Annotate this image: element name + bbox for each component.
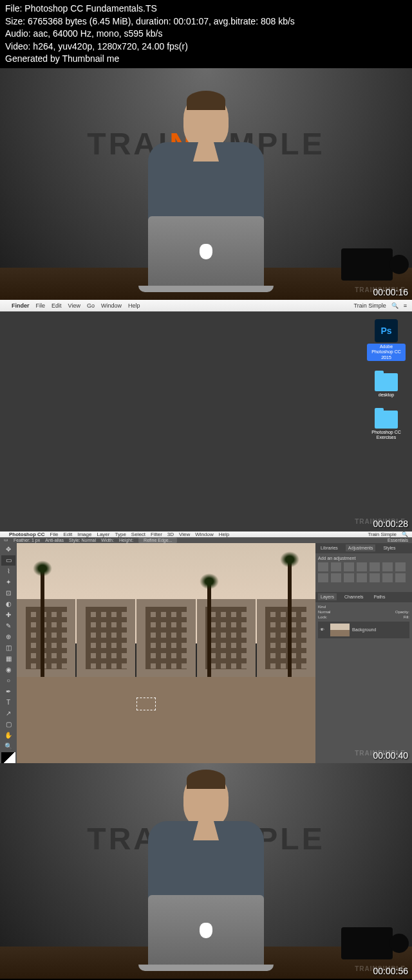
menubar-title: Train Simple	[354, 302, 386, 309]
menu-edit[interactable]: Edit	[52, 302, 62, 309]
frame-2: Finder File Edit View Go Window Help Tra…	[0, 300, 412, 532]
menu-window[interactable]: Window	[101, 302, 122, 309]
size-line: Size: 6765368 bytes (6.45 MiB), duration…	[5, 15, 407, 28]
gradient-tool-icon[interactable]: ▦	[1, 654, 15, 664]
tab-paths[interactable]: Paths	[371, 593, 388, 600]
frame-3: Photoshop CC File Edit Image Layer Type …	[0, 532, 412, 763]
tab-channels[interactable]: Channels	[342, 593, 366, 600]
lasso-tool-icon[interactable]: ⌇	[1, 566, 15, 577]
crop-tool-icon[interactable]: ⊡	[1, 588, 15, 598]
timestamp-3: 00:00:40	[373, 750, 409, 761]
menu-view[interactable]: View	[179, 532, 190, 537]
menu-file[interactable]: File	[50, 532, 59, 537]
eraser-tool-icon[interactable]: ◫	[1, 643, 15, 653]
audio-line: Audio: aac, 64000 Hz, mono, s595 kb/s	[5, 28, 407, 41]
laptop	[148, 216, 264, 287]
marquee-tool-icon[interactable]: ▭	[4, 537, 8, 542]
frame-1: TRAINSIMPLE TRAINSIMPLE 00:00:16	[0, 68, 412, 300]
app-name[interactable]: Finder	[12, 302, 30, 309]
menu-type[interactable]: Type	[115, 532, 126, 537]
color-swatch[interactable]	[1, 752, 15, 763]
width-option[interactable]: Width:	[101, 538, 114, 542]
stamp-tool-icon[interactable]: ⊕	[1, 632, 15, 642]
menu-help[interactable]: Help	[219, 532, 229, 537]
camera	[341, 248, 393, 281]
search-icon[interactable]: 🔍	[402, 532, 408, 537]
heal-tool-icon[interactable]: ✚	[1, 610, 15, 620]
menu-edit[interactable]: Edit	[63, 532, 72, 537]
menu-layer[interactable]: Layer	[97, 532, 109, 537]
layer-background[interactable]: 👁 Background	[318, 622, 409, 638]
frame-4: TRAINSIMPLE TRAINSIMPLE 00:00:56	[0, 763, 412, 979]
feather-option[interactable]: Feather: 1 px	[14, 538, 40, 542]
options-bar[interactable]: ▭ Feather: 1 px Anti-alias Style: Normal…	[0, 537, 412, 543]
video-line: Video: h264, yuv420p, 1280x720, 24.00 fp…	[5, 41, 407, 53]
brush-tool-icon[interactable]: ✎	[1, 621, 15, 631]
height-option[interactable]: Height:	[119, 538, 133, 542]
thumbnail-info-header: File: Photoshop CC Fundamentals.TS Size:…	[0, 0, 412, 68]
type-tool-icon[interactable]: T	[1, 698, 15, 708]
workspace-label[interactable]: Essentials	[388, 538, 408, 542]
apple-logo-icon	[200, 244, 212, 259]
path-tool-icon[interactable]: ↗	[1, 708, 15, 719]
dodge-tool-icon[interactable]: ○	[1, 676, 15, 686]
exercises-folder-icon[interactable]: Photoshop CC Exercises	[367, 408, 406, 441]
pen-tool-icon[interactable]: ✒	[1, 687, 15, 697]
file-line: File: Photoshop CC Fundamentals.TS	[5, 3, 407, 15]
mac-menubar[interactable]: Finder File Edit View Go Window Help Tra…	[0, 300, 412, 311]
search-icon[interactable]: 🔍	[391, 302, 398, 309]
timestamp-1: 00:00:16	[373, 287, 409, 297]
menu-image[interactable]: Image	[77, 532, 91, 537]
visibility-icon[interactable]: 👁	[320, 627, 328, 632]
menu-go[interactable]: Go	[87, 302, 95, 309]
tab-adjustments[interactable]: Adjustments	[346, 544, 376, 551]
menu-view[interactable]: View	[68, 302, 80, 309]
menu-icon[interactable]: ≡	[404, 302, 407, 309]
timestamp-4: 00:00:56	[373, 966, 409, 976]
tab-layers[interactable]: Layers	[318, 593, 337, 600]
tab-libraries[interactable]: Libraries	[318, 544, 341, 551]
menu-help[interactable]: Help	[128, 302, 140, 309]
apple-logo-icon	[200, 923, 212, 938]
hand-tool-icon[interactable]: ✋	[1, 730, 15, 741]
desktop-folder-icon[interactable]: desktop	[367, 371, 406, 398]
canvas[interactable]	[17, 543, 315, 763]
add-adjustment-label: Add an adjustment	[318, 556, 409, 560]
wand-tool-icon[interactable]: ✦	[1, 577, 15, 587]
layer-thumbnail[interactable]	[330, 624, 350, 636]
style-option[interactable]: Style: Normal	[69, 538, 96, 542]
antialias-option[interactable]: Anti-alias	[45, 538, 64, 542]
shape-tool-icon[interactable]: ▢	[1, 719, 15, 730]
menu-file[interactable]: File	[36, 302, 46, 309]
menu-3d[interactable]: 3D	[167, 532, 174, 537]
move-tool-icon[interactable]: ✥	[1, 544, 15, 555]
generated-line: Generated by Thumbnail me	[5, 53, 407, 66]
layer-name[interactable]: Background	[352, 627, 376, 632]
ps-app-name[interactable]: Photoshop CC	[9, 532, 45, 537]
menu-select[interactable]: Select	[131, 532, 145, 537]
laptop	[148, 895, 264, 966]
eyedropper-tool-icon[interactable]: ◐	[1, 599, 15, 609]
tab-styles[interactable]: Styles	[380, 544, 398, 551]
menu-window[interactable]: Window	[195, 532, 213, 537]
photoshop-app-icon[interactable]: Ps Adobe Photoshop CC 2015	[367, 319, 406, 361]
marquee-tool-icon[interactable]: ▭	[1, 555, 15, 566]
photoshop-menubar[interactable]: Photoshop CC File Edit Image Layer Type …	[0, 532, 412, 537]
blur-tool-icon[interactable]: ◉	[1, 665, 15, 675]
marquee-selection[interactable]	[136, 698, 156, 710]
timestamp-2: 00:00:28	[373, 519, 409, 529]
menu-filter[interactable]: Filter	[151, 532, 162, 537]
camera	[341, 927, 393, 959]
refine-edge-button[interactable]: Refine Edge...	[138, 537, 177, 543]
menubar-title: Train Simple	[368, 532, 397, 537]
tools-panel[interactable]: ✥ ▭ ⌇ ✦ ⊡ ◐ ✚ ✎ ⊕ ◫ ▦ ◉ ○ ✒ T ↗ ▢ ✋ 🔍	[0, 543, 17, 763]
zoom-tool-icon[interactable]: 🔍	[1, 741, 15, 752]
panels[interactable]: Libraries Adjustments Styles Add an adju…	[315, 543, 412, 763]
